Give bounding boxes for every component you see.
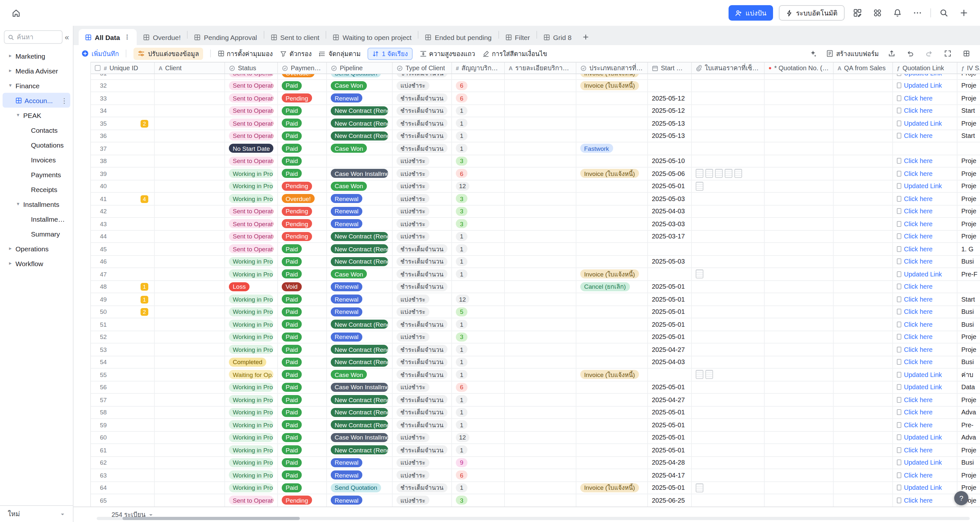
table-row[interactable]: 38Sent to Operati...Paidแบ่งชำระ32025-05… bbox=[91, 155, 980, 168]
cell-link[interactable]: Click here bbox=[893, 469, 958, 481]
cell-client[interactable] bbox=[155, 218, 225, 230]
cell-status[interactable]: Working in Pro... bbox=[225, 180, 278, 192]
cell-link[interactable] bbox=[893, 143, 958, 154]
cell-client[interactable] bbox=[155, 193, 225, 205]
cell-detail[interactable] bbox=[505, 331, 576, 343]
cell-status[interactable]: Sent to Operati... bbox=[225, 494, 278, 506]
cell-status[interactable]: Sent to Operati... bbox=[225, 74, 278, 79]
column-header-link[interactable]: ƒQuotation Link bbox=[893, 62, 958, 73]
attachment-thumbnail[interactable] bbox=[705, 370, 713, 379]
cell-id[interactable]: 62 bbox=[91, 457, 155, 468]
sidebar-item-accoun[interactable]: Accoun...⋮ bbox=[3, 93, 70, 108]
cell-type[interactable]: แบ่งชำระ bbox=[393, 230, 452, 242]
share-export-button[interactable] bbox=[886, 48, 897, 59]
cell-link[interactable]: Updated Link bbox=[893, 117, 958, 129]
cell-type[interactable]: ชำระเต็มจำนวน bbox=[393, 105, 452, 117]
cell-detail[interactable] bbox=[505, 230, 576, 242]
cell-qa[interactable] bbox=[834, 356, 893, 368]
table-row[interactable]: 36Sent to Operati...PaidNew Contract (Re… bbox=[91, 130, 980, 143]
group-by-button[interactable]: จัดกลุ่มตาม bbox=[319, 49, 361, 58]
cell-qno[interactable] bbox=[765, 117, 834, 129]
cell-iv[interactable]: Start bbox=[958, 130, 980, 142]
adjust-data-button[interactable]: ปรับแต่งของข้อมูล bbox=[134, 48, 203, 60]
cell-qno[interactable] bbox=[765, 419, 834, 431]
quotation-link[interactable]: Click here bbox=[904, 208, 932, 215]
sidebar-item-summary[interactable]: Summary bbox=[3, 226, 70, 241]
table-row[interactable]: 62Working in Pro...PaidRenewalแบ่งชำระ92… bbox=[91, 457, 980, 469]
apps-button[interactable] bbox=[870, 6, 885, 20]
cell-type[interactable]: แบ่งชำระ bbox=[393, 306, 452, 318]
cell-qa[interactable] bbox=[834, 218, 893, 230]
cell-type[interactable]: ชำระเต็มจำนวน bbox=[393, 356, 452, 368]
cell-pipeline[interactable]: Renewal bbox=[327, 306, 393, 318]
cell-qa[interactable] bbox=[834, 306, 893, 318]
cell-qty[interactable]: 3 bbox=[452, 494, 505, 506]
quotation-link[interactable]: Updated Link bbox=[904, 371, 942, 378]
cell-detail[interactable] bbox=[505, 117, 576, 129]
cell-pipeline[interactable]: New Contract (Renew) bbox=[327, 243, 393, 255]
cell-payment[interactable]: Pending bbox=[278, 180, 327, 192]
cell-link[interactable]: Click here bbox=[893, 444, 958, 456]
cell-qty[interactable]: 3 bbox=[452, 155, 505, 167]
cell-status[interactable]: Sent to Operati... bbox=[225, 243, 278, 255]
cell-id[interactable]: 37 bbox=[91, 143, 155, 154]
cell-link[interactable]: Updated Link bbox=[893, 457, 958, 468]
cell-qa[interactable] bbox=[834, 381, 893, 393]
cell-att[interactable] bbox=[692, 155, 765, 167]
cell-date[interactable]: 2025-04-27 bbox=[648, 394, 692, 406]
cell-link[interactable]: Click here bbox=[893, 155, 958, 167]
cell-pipeline[interactable]: Renewal bbox=[327, 218, 393, 230]
quotation-link[interactable]: Updated Link bbox=[904, 384, 942, 391]
cell-qty[interactable]: 1 bbox=[452, 117, 505, 129]
column-header-pipeline[interactable]: Pipeline bbox=[327, 62, 393, 73]
cell-id[interactable]: 491 bbox=[91, 293, 155, 305]
table-row[interactable]: 43Sent to Operati...PendingRenewalแบ่งชำ… bbox=[91, 218, 980, 230]
cell-att[interactable] bbox=[692, 343, 765, 355]
cell-qno[interactable] bbox=[765, 444, 834, 456]
cell-date[interactable]: 2025-05-01 bbox=[648, 318, 692, 330]
cell-doc[interactable] bbox=[576, 394, 648, 406]
cell-payment[interactable]: Paid bbox=[278, 155, 327, 167]
cell-link[interactable]: Updated Link bbox=[893, 74, 958, 79]
cell-doc[interactable] bbox=[576, 205, 648, 217]
cell-qty[interactable]: 1 bbox=[452, 243, 505, 255]
quotation-link[interactable]: Click here bbox=[904, 132, 932, 140]
cell-pipeline[interactable]: Send Quotation bbox=[327, 482, 393, 493]
help-button[interactable]: ? bbox=[954, 491, 968, 505]
cell-id[interactable]: 43 bbox=[91, 218, 155, 230]
cell-id[interactable]: 61 bbox=[91, 444, 155, 456]
cell-qty[interactable]: 3 bbox=[452, 205, 505, 217]
table-row[interactable]: 45Sent to Operati...PaidNew Contract (Re… bbox=[91, 243, 980, 255]
cell-id[interactable]: 32 bbox=[91, 79, 155, 92]
cell-doc[interactable] bbox=[576, 444, 648, 456]
cell-detail[interactable] bbox=[505, 168, 576, 179]
cell-status[interactable]: Working in Pro... bbox=[225, 168, 278, 179]
cell-att[interactable] bbox=[692, 381, 765, 393]
cell-payment[interactable]: Paid bbox=[278, 469, 327, 481]
cell-detail[interactable] bbox=[505, 394, 576, 406]
cell-doc[interactable] bbox=[576, 406, 648, 418]
cell-iv[interactable]: Proje bbox=[958, 193, 980, 205]
cell-qa[interactable] bbox=[834, 281, 893, 293]
table-row[interactable]: 57Working in Pro...PaidNew Contract (Ren… bbox=[91, 394, 980, 406]
cell-doc[interactable] bbox=[576, 331, 648, 343]
cell-qty[interactable]: 1 bbox=[452, 369, 505, 381]
cell-doc[interactable]: Fastwork bbox=[576, 143, 648, 154]
cell-pipeline[interactable]: New Contract (Renew) bbox=[327, 406, 393, 418]
cell-qty[interactable]: 3 bbox=[452, 218, 505, 230]
cell-client[interactable] bbox=[155, 281, 225, 293]
cell-id[interactable]: 63 bbox=[91, 469, 155, 481]
cell-qty[interactable]: 1 bbox=[452, 268, 505, 280]
cell-id[interactable]: 414 bbox=[91, 193, 155, 205]
table-row[interactable]: 46Working in Pro...PaidNew Contract (Ren… bbox=[91, 255, 980, 268]
cell-pipeline[interactable]: Case Won bbox=[327, 180, 393, 192]
cell-payment[interactable]: Paid bbox=[278, 268, 327, 280]
tab-overdue[interactable]: Overdue! bbox=[137, 29, 187, 45]
cell-link[interactable]: Updated Link bbox=[893, 432, 958, 443]
cell-doc[interactable] bbox=[576, 457, 648, 468]
cell-att[interactable] bbox=[692, 432, 765, 443]
cell-status[interactable]: Sent to Operati... bbox=[225, 79, 278, 92]
cell-detail[interactable] bbox=[505, 268, 576, 280]
tab-ended-but-pending[interactable]: Ended but pending bbox=[419, 29, 498, 45]
cell-status[interactable]: Working in Pro... bbox=[225, 255, 278, 267]
